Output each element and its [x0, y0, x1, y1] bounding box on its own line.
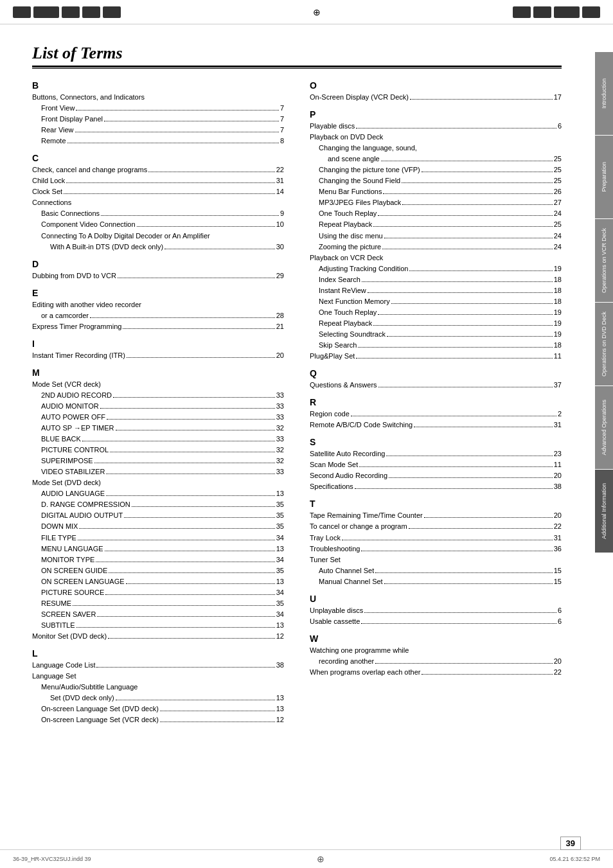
entry-parent: Mode Set (VCR deck)	[32, 379, 284, 390]
list-item: RESUME35	[32, 598, 284, 609]
section-letter-w: W	[310, 633, 562, 644]
list-item: Plug&Play Set11	[310, 351, 562, 362]
list-item: AUTO SP →EP TIMER32	[32, 423, 284, 434]
side-tab-preparation[interactable]: Preparation	[595, 135, 613, 218]
entry-parent: Playback on DVD Deck	[310, 132, 562, 143]
top-bar-block-1	[13, 6, 31, 18]
side-tab-advanced[interactable]: Advanced Operations	[595, 385, 613, 469]
list-item: Next Function Memory18	[310, 296, 562, 307]
section-letter-r: R	[310, 397, 562, 407]
list-item: Connecting To A Dolby Digital Decoder or…	[32, 231, 284, 242]
list-item: Remote8	[32, 136, 284, 146]
entry-parent: Connections	[32, 197, 284, 208]
list-item: MONITOR TYPE34	[32, 554, 284, 565]
list-item: On-Screen Display (VCR Deck)17	[310, 92, 562, 103]
section-letter-d: D	[32, 259, 284, 269]
list-item: Adjusting Tracking Condition19	[310, 263, 562, 274]
list-item: Index Search18	[310, 274, 562, 285]
list-item: Scan Mode Set11	[310, 459, 562, 470]
list-item: ON SCREEN LANGUAGE13	[32, 576, 284, 587]
list-item: MP3/JPEG Files Playback27	[310, 197, 562, 208]
list-item: 2ND AUDIO RECORD33	[32, 390, 284, 401]
list-item: Satellite Auto Recording23	[310, 448, 562, 459]
list-item: BLUE BACK33	[32, 434, 284, 445]
list-item: Usable cassette6	[310, 616, 562, 627]
list-item: Manual Channel Set15	[310, 576, 562, 587]
page-title: List of Terms	[32, 44, 562, 63]
page-number: 39	[560, 837, 581, 850]
list-item: Selecting Soundtrack19	[310, 329, 562, 340]
list-item: ON SCREEN GUIDE35	[32, 565, 284, 576]
list-item: Language Code List38	[32, 660, 284, 671]
list-item: With A Built-in DTS (DVD deck only)30	[32, 242, 284, 252]
list-item: To cancel or change a program22	[310, 521, 562, 532]
list-item: and scene angle25	[310, 154, 562, 164]
list-item: Zooming the picture24	[310, 242, 562, 252]
side-tab-dvd-deck[interactable]: Operations on DVD Deck	[595, 302, 613, 385]
list-item: Dubbing from DVD to VCR29	[32, 270, 284, 281]
side-tab-vcr-deck[interactable]: Operations on VCR Deck	[595, 218, 613, 302]
section-letter-q: Q	[310, 368, 562, 378]
section-letter-u: U	[310, 594, 562, 604]
side-tab-introduction[interactable]: Introduction	[595, 51, 613, 135]
list-item: Playable discs6	[310, 121, 562, 132]
top-bar-block-3	[62, 6, 80, 18]
list-item: D. RANGE COMPRESSION35	[32, 499, 284, 510]
section-letter-p: P	[310, 109, 562, 120]
top-bar-block-5	[103, 6, 121, 18]
bottom-bar: 36-39_HR-XVC32SUJ.indd 39 ⊕ 05.4.21 6:32…	[0, 849, 613, 868]
list-item: When programs overlap each other22	[310, 667, 562, 678]
top-bar-right-blocks	[513, 6, 600, 18]
list-item: Region code2	[310, 409, 562, 420]
top-bar-left-blocks	[13, 6, 121, 18]
top-bar-block-6	[513, 6, 531, 18]
section-letter-b: B	[32, 80, 284, 91]
list-item: DIGITAL AUDIO OUTPUT35	[32, 510, 284, 521]
section-letter-m: M	[32, 368, 284, 378]
list-item: Tray Lock31	[310, 533, 562, 544]
left-column: BButtons, Connectors, and IndicatorsFron…	[32, 80, 284, 725]
section-letter-c: C	[32, 153, 284, 163]
list-item: AUTO POWER OFF33	[32, 412, 284, 423]
top-bar-block-2	[33, 6, 59, 18]
top-bar: ⊕	[0, 0, 613, 24]
list-item: Front View7	[32, 103, 284, 114]
list-item: Specifications38	[310, 481, 562, 492]
side-tab-additional[interactable]: Additional Information	[595, 469, 613, 553]
list-item: FILE TYPE34	[32, 533, 284, 544]
top-bar-block-4	[82, 6, 100, 18]
list-item: On-screen Language Set (DVD deck)13	[32, 704, 284, 714]
list-item: or a camcorder28	[32, 310, 284, 321]
list-item: VIDEO STABILIZER33	[32, 466, 284, 477]
list-item: Skip Search18	[310, 340, 562, 351]
list-item: Child Lock31	[32, 175, 284, 186]
bottom-right-text: 05.4.21 6:32:52 PM	[549, 856, 600, 862]
entry-parent: Language Set	[32, 671, 284, 682]
section-letter-i: I	[32, 339, 284, 349]
list-item: Remote A/B/C/D Code Switching31	[310, 420, 562, 430]
side-tabs: Introduction Preparation Operations on V…	[595, 51, 613, 553]
list-item: AUDIO MONITOR33	[32, 401, 284, 412]
right-column: OOn-Screen Display (VCR Deck)17PPlayable…	[310, 80, 562, 725]
bottom-center-symbol: ⊕	[317, 854, 324, 864]
list-item: Questions & Answers37	[310, 380, 562, 391]
list-item: recording another20	[310, 656, 562, 667]
list-item: Instant ReView18	[310, 285, 562, 296]
section-letter-t: T	[310, 499, 562, 509]
list-item: One Touch Replay19	[310, 307, 562, 318]
list-item: SCREEN SAVER34	[32, 609, 284, 620]
entry-parent: Playback on VCR Deck	[310, 252, 562, 263]
list-item: Repeat Playback25	[310, 219, 562, 230]
top-bar-block-9	[582, 6, 600, 18]
section-letter-s: S	[310, 437, 562, 447]
section-letter-l: L	[32, 648, 284, 659]
list-item: Menu Bar Functions26	[310, 186, 562, 197]
list-item: Monitor Set (DVD deck)12	[32, 631, 284, 642]
entry-parent: Tuner Set	[310, 554, 562, 565]
entry-parent: Buttons, Connectors, and Indicators	[32, 92, 284, 103]
list-item: Auto Channel Set15	[310, 565, 562, 576]
top-bar-center-symbol: ⊕	[134, 7, 500, 17]
list-item: Check, cancel and change programs22	[32, 164, 284, 175]
section-letter-o: O	[310, 80, 562, 91]
list-item: Set (DVD deck only)13	[32, 693, 284, 704]
